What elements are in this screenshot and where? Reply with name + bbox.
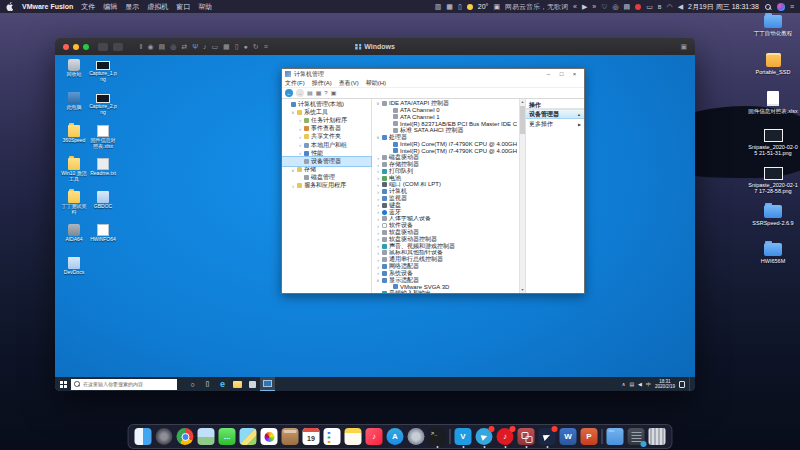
vm-power-button[interactable]: [98, 43, 108, 51]
ime-indicator[interactable]: 中: [646, 382, 651, 387]
cm-titlebar[interactable]: 计算机管理 – □ ×: [282, 69, 584, 79]
collapse-arrow-icon[interactable]: ▲: [577, 112, 581, 117]
tree-expander[interactable]: [297, 142, 303, 148]
maps-icon[interactable]: [240, 428, 257, 445]
notes-icon[interactable]: [345, 428, 362, 445]
macos-desktop-icon[interactable]: SSRSpeed-2.6.9: [747, 205, 799, 237]
spotlight-icon[interactable]: [764, 3, 772, 11]
device-row[interactable]: IDE ATA/ATAPI 控制器: [372, 100, 517, 107]
windows-desktop-icon[interactable]: 固件信息对照表.xlsx: [89, 125, 117, 158]
windows-desktop-icon[interactable]: 360Speed: [60, 125, 88, 158]
device-expander[interactable]: [375, 223, 381, 229]
device-expander[interactable]: [375, 162, 381, 168]
windows-desktop-icon[interactable]: Readme.txt: [89, 158, 117, 191]
stats-menu-icon[interactable]: ▥: [435, 3, 442, 10]
settings-icon[interactable]: ≡: [261, 43, 270, 50]
show-desktop-button[interactable]: [689, 377, 691, 391]
more-actions-item[interactable]: 更多操作 ▶: [526, 119, 584, 129]
taskbar-search-box[interactable]: 在这里输入你要搜索的内容: [71, 379, 177, 390]
menubar-menu-item[interactable]: 窗口: [176, 2, 190, 12]
windows-desktop-icon[interactable]: HWiNFO64: [89, 224, 117, 257]
terminal-icon[interactable]: >_: [429, 428, 446, 445]
device-row[interactable]: 网络适配器: [372, 263, 517, 270]
tree-expander[interactable]: [297, 126, 303, 132]
stack-icon[interactable]: [628, 428, 645, 445]
usb-icon[interactable]: Ψ: [190, 43, 201, 50]
device-row[interactable]: Intel(R) Core(TM) i7-4790K CPU @ 4.00GHz: [372, 141, 517, 148]
tree-item[interactable]: 磁盘管理: [282, 174, 371, 182]
cm-close-button[interactable]: ×: [568, 69, 581, 79]
device-row[interactable]: 软盘驱动器控制器: [372, 236, 517, 243]
macos-desktop-icon[interactable]: Portable_SSD: [747, 53, 799, 85]
finder-icon[interactable]: [135, 428, 152, 445]
device-expander[interactable]: [375, 291, 381, 293]
menubar-menu-item[interactable]: 编辑: [103, 2, 117, 12]
vm-snapshot-button[interactable]: [113, 43, 123, 51]
siri-icon[interactable]: [777, 3, 785, 11]
action-button[interactable]: ▣: [331, 90, 337, 96]
media-next-icon[interactable]: »: [592, 3, 596, 10]
start-button[interactable]: [55, 377, 71, 391]
tree-item[interactable]: 设备管理器: [282, 157, 371, 165]
tree-expander[interactable]: [290, 109, 296, 115]
forward-button[interactable]: →: [296, 89, 304, 97]
device-expander[interactable]: [375, 134, 381, 140]
actions-device-manager-section[interactable]: 设备管理器 ▲: [526, 109, 584, 119]
vertical-scrollbar[interactable]: ▲ ▼: [519, 99, 525, 293]
device-row[interactable]: 通用串行总线控制器: [372, 256, 517, 263]
action-center-icon[interactable]: [679, 381, 685, 388]
device-row[interactable]: 显示适配器: [372, 277, 517, 284]
tree-item[interactable]: 任务计划程序: [282, 116, 371, 124]
device-row[interactable]: Intel(R) Core(TM) i7-4790K CPU @ 4.00GHz: [372, 148, 517, 155]
windows-desktop[interactable]: 回收站 此电脑 360Speed Win10 激活工具 丁丁测试资料 AIDA6…: [55, 55, 695, 391]
device-row[interactable]: 软盘驱动器: [372, 229, 517, 236]
menubar-app-name[interactable]: VMware Fusion: [22, 3, 73, 10]
macos-desktop-icon[interactable]: Snipaste_2020-02-05 21-51-31.png: [747, 129, 799, 161]
minimize-button[interactable]: [73, 44, 79, 50]
macos-desktop-icon[interactable]: 固件信息对照表.xlsx: [747, 91, 799, 123]
tree-expander[interactable]: [290, 167, 296, 173]
windows-desktop-icon[interactable]: Capture_1.png: [89, 59, 117, 92]
cm-maximize-button[interactable]: □: [555, 69, 568, 79]
tree-item[interactable]: 共享文件夹: [282, 133, 371, 141]
now-playing-text[interactable]: 网易云音乐，无歌词: [505, 3, 568, 10]
store-button[interactable]: [245, 377, 260, 391]
calendar-icon[interactable]: 19: [303, 428, 320, 445]
cm-menu-item[interactable]: 文件(F): [285, 79, 305, 88]
device-expander[interactable]: [375, 270, 381, 276]
tree-item[interactable]: 性能: [282, 149, 371, 157]
lark-icon[interactable]: [539, 428, 556, 445]
properties-button[interactable]: ▦: [316, 90, 322, 96]
device-row[interactable]: ATA Channel 0: [372, 107, 517, 114]
tree-item[interactable]: 服务和应用程序: [282, 182, 371, 190]
windows-desktop-icon[interactable]: AIDA64: [60, 224, 88, 257]
device-expander[interactable]: [375, 196, 381, 202]
chrome-icon[interactable]: [177, 428, 194, 445]
windows-desktop-icon[interactable]: 回收站: [60, 59, 88, 92]
network-adapter-icon[interactable]: ⇄: [179, 43, 190, 50]
app-store-icon[interactable]: A: [387, 428, 404, 445]
word-icon[interactable]: W: [560, 428, 577, 445]
vmware-fusion-icon[interactable]: [518, 428, 535, 445]
sound-card-icon[interactable]: ♪: [200, 43, 209, 50]
mouse-icon[interactable]: ▯: [232, 43, 241, 50]
menubar-menu-item[interactable]: 显示: [125, 2, 139, 12]
device-expander[interactable]: [375, 230, 381, 236]
media-play-icon[interactable]: ▶: [582, 3, 587, 10]
cm-menu-item[interactable]: 操作(A): [312, 79, 332, 88]
airplay-icon[interactable]: ▭: [646, 3, 653, 10]
tree-expander[interactable]: [297, 150, 303, 156]
device-row[interactable]: 键盘: [372, 202, 517, 209]
contacts-icon[interactable]: [282, 428, 299, 445]
device-row[interactable]: 系统设备: [372, 270, 517, 277]
system-preferences-icon[interactable]: [408, 428, 425, 445]
device-row[interactable]: 监视器: [372, 195, 517, 202]
media-prev-icon[interactable]: «: [573, 3, 577, 10]
trash-icon[interactable]: [649, 428, 666, 445]
windows-desktop-icon[interactable]: 此电脑: [60, 92, 88, 125]
tree-expander[interactable]: [297, 134, 303, 140]
device-row[interactable]: 蓝牙: [372, 209, 517, 216]
device-expander[interactable]: [375, 250, 381, 256]
device-expander[interactable]: [375, 277, 381, 283]
windows-desktop-icon[interactable]: GBDOC: [89, 191, 117, 224]
